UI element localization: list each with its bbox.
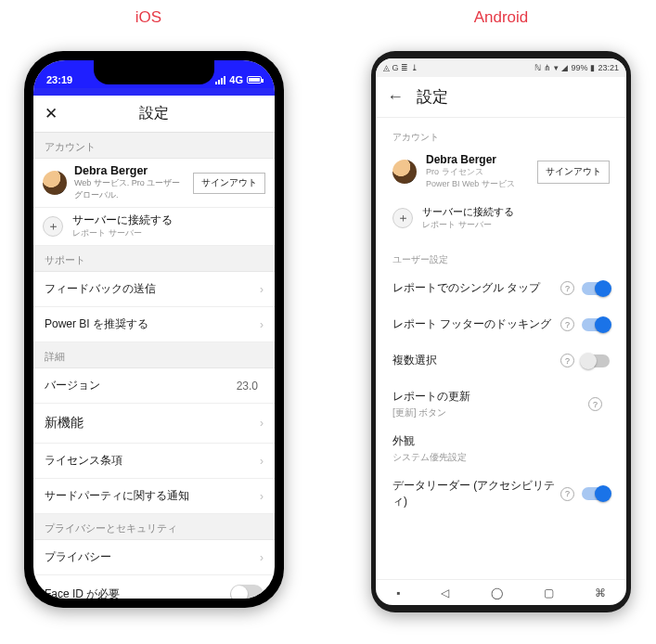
row-label: レポートでのシングル タップ (392, 280, 560, 296)
plus-icon: ＋ (43, 216, 63, 237)
section-support: サポート (33, 246, 275, 272)
user-subtitle: Web サービス. Pro ユーザー グローバル. (74, 177, 186, 201)
platform-label-ios: iOS (116, 8, 181, 27)
battery-icon: ▮ (590, 63, 595, 72)
close-icon[interactable]: ✕ (45, 104, 58, 123)
row-faceid[interactable]: Face ID が必要 (33, 575, 275, 599)
section-account: アカウント (33, 133, 275, 159)
version-value: 23.0 (237, 380, 258, 393)
section-details: 詳細 (33, 342, 275, 368)
row-recommend[interactable]: Power BI を推奨する › (33, 307, 275, 342)
user-name: Debra Berger (426, 153, 528, 166)
row-license[interactable]: ライセンス条項 › (33, 444, 275, 479)
row-label: Face ID が必要 (45, 586, 120, 599)
help-icon[interactable]: ? (560, 317, 574, 331)
row-thirdparty[interactable]: サードパーティに関する通知 › (33, 479, 275, 514)
toggle-faceid[interactable] (230, 585, 264, 599)
battery-icon (247, 76, 262, 84)
chevron-right-icon: › (260, 551, 264, 564)
page-title: 設定 (417, 86, 448, 108)
row-label: 外観 (392, 434, 415, 447)
user-row: Debra Berger Pro ライセンス Power BI Web サービス… (379, 148, 623, 196)
chevron-right-icon: › (260, 318, 264, 331)
ios-navbar: ✕ 設定 (33, 96, 275, 133)
nav-back-icon[interactable]: ◁ (441, 586, 449, 599)
battery-pct: 99% (571, 63, 587, 72)
row-label: ライセンス条項 (45, 453, 122, 469)
android-screen: ◬ G ≣ ⤓ ℕ ⋔ ▾ ◢ 99% ▮ 23:21 ← 設定 アカウント D… (376, 58, 626, 605)
ios-content[interactable]: アカウント Debra Berger Web サービス. Pro ユーザー グロ… (33, 133, 275, 599)
android-frame: ◬ G ≣ ⤓ ℕ ⋔ ▾ ◢ 99% ▮ 23:21 ← 設定 アカウント D… (371, 51, 631, 612)
section-account: アカウント (379, 118, 623, 148)
android-nav-keys: ▪ ◁ ◯ ▢ ⌘ (376, 579, 626, 605)
section-privacy: プライバシーとセキュリティ (33, 514, 275, 540)
row-refresh[interactable]: レポートの更新 [更新] ボタン ? (379, 379, 623, 430)
user-name: Debra Berger (74, 164, 186, 177)
row-label: データリーダー (アクセシビリティ) (392, 478, 560, 509)
user-license: Pro ライセンス (426, 166, 528, 178)
sign-out-button[interactable]: サインアウト (193, 173, 265, 194)
page-title: 設定 (33, 104, 275, 123)
ios-status-time: 23:19 (46, 74, 72, 85)
user-service: Power BI Web サービス (426, 178, 528, 190)
connect-primary: サーバーに接続する (72, 213, 265, 227)
row-label: サードパーティに関する通知 (45, 488, 189, 504)
nav-recent-icon[interactable]: ▢ (544, 586, 554, 599)
help-icon[interactable]: ? (588, 397, 602, 411)
avatar (43, 171, 67, 195)
help-icon[interactable]: ? (560, 487, 574, 501)
platform-label-android: Android (455, 8, 547, 27)
back-icon[interactable]: ← (387, 87, 404, 107)
section-user-settings: ユーザー設定 (379, 240, 623, 270)
chevron-right-icon: › (260, 455, 264, 468)
connect-secondary: レポート サーバー (422, 219, 514, 231)
signal-icon: ◢ (561, 63, 568, 72)
bluetooth-icon: ⋔ (544, 63, 551, 72)
chevron-right-icon: › (260, 417, 264, 430)
connect-server-row[interactable]: ＋ サーバーに接続する レポート サーバー (33, 208, 275, 246)
row-data-reader[interactable]: データリーダー (アクセシビリティ) ? (379, 468, 623, 520)
connect-secondary: レポート サーバー (72, 227, 265, 239)
toggle-footer-dock[interactable] (582, 318, 610, 331)
android-status-bar: ◬ G ≣ ⤓ ℕ ⋔ ▾ ◢ 99% ▮ 23:21 (376, 58, 626, 77)
connect-server-row[interactable]: ＋ サーバーに接続する レポート サーバー (379, 196, 623, 240)
android-status-left: ◬ G ≣ ⤓ (383, 63, 418, 72)
android-appbar: ← 設定 (376, 77, 626, 118)
toggle-single-tap[interactable] (582, 282, 610, 295)
nav-home-icon[interactable]: ◯ (491, 586, 503, 599)
android-content[interactable]: アカウント Debra Berger Pro ライセンス Power BI We… (376, 118, 626, 579)
wifi-icon: ▾ (554, 63, 559, 72)
iphone-screen: 23:19 4G ✕ 設定 アカウント Debra Berger Web サービ… (33, 60, 275, 599)
connect-primary: サーバーに接続する (422, 205, 514, 219)
ios-network: 4G (229, 74, 243, 85)
row-label: 複数選択 (392, 353, 560, 368)
nav-extra-icon[interactable]: ⌘ (595, 586, 606, 599)
nav-dot-icon[interactable]: ▪ (396, 586, 400, 599)
row-single-tap[interactable]: レポートでのシングル タップ ? (379, 270, 623, 306)
plus-icon: ＋ (392, 208, 413, 228)
row-label: Power BI を推奨する (45, 316, 148, 332)
sign-out-button[interactable]: サインアウト (537, 161, 610, 184)
row-whatsnew[interactable]: 新機能 › (33, 404, 275, 444)
android-status-time: 23:21 (598, 63, 619, 72)
help-icon[interactable]: ? (560, 354, 574, 367)
row-label: プライバシー (45, 549, 111, 565)
row-label: 新機能 (45, 415, 84, 431)
row-sublabel: [更新] ボタン (392, 406, 588, 419)
avatar (392, 160, 417, 184)
row-sublabel: システム優先設定 (392, 451, 610, 464)
row-multi-select[interactable]: 複数選択 ? (379, 342, 623, 379)
row-label: レポート フッターのドッキング (392, 316, 560, 332)
row-label: レポートの更新 (392, 390, 470, 403)
nfc-icon: ℕ (534, 63, 541, 72)
row-privacy[interactable]: プライバシー › (33, 540, 275, 575)
row-appearance[interactable]: 外観 システム優先設定 (379, 430, 623, 468)
ios-accent-band (33, 88, 275, 96)
row-footer-dock[interactable]: レポート フッターのドッキング ? (379, 306, 623, 342)
help-icon[interactable]: ? (560, 281, 574, 295)
chevron-right-icon: › (260, 490, 264, 503)
signal-icon (215, 76, 225, 84)
toggle-data-reader[interactable] (582, 487, 610, 500)
toggle-multi-select[interactable] (582, 354, 610, 367)
row-feedback[interactable]: フィードバックの送信 › (33, 272, 275, 307)
